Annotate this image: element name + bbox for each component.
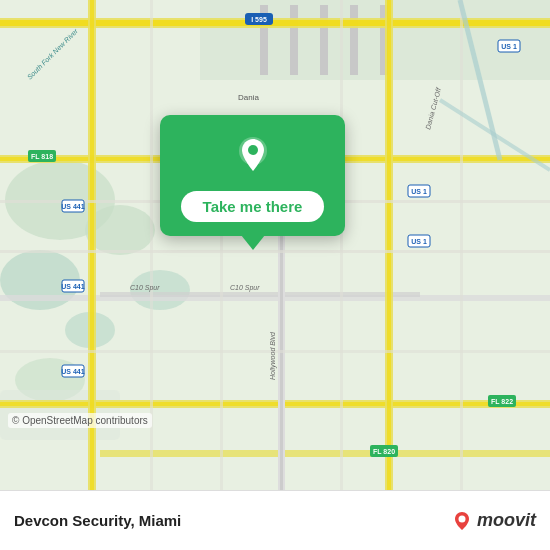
svg-rect-22 [100,450,550,457]
svg-point-67 [458,515,465,522]
svg-text:US 441: US 441 [61,283,84,290]
svg-rect-21 [0,402,550,406]
bottom-bar: Devcon Security, Miami moovit [0,490,550,550]
osm-attribution: © OpenStreetMap contributors [8,413,152,428]
svg-rect-10 [290,5,298,75]
svg-rect-12 [350,5,358,75]
svg-text:FL 820: FL 820 [373,448,395,455]
svg-text:US 441: US 441 [61,203,84,210]
svg-rect-11 [320,5,328,75]
svg-text:Dania: Dania [238,93,259,102]
location-title: Devcon Security, Miami [14,512,181,529]
svg-rect-19 [100,292,420,297]
map-pin-icon [231,133,275,177]
svg-text:FL 822: FL 822 [491,398,513,405]
location-card: Take me there [160,115,345,236]
svg-rect-35 [460,0,463,490]
svg-text:US 1: US 1 [411,238,427,245]
moovit-logo: moovit [451,510,536,532]
svg-text:Hollywood Blvd: Hollywood Blvd [269,331,277,380]
svg-point-66 [248,145,258,155]
moovit-label: moovit [477,510,536,531]
svg-rect-30 [0,250,550,253]
map-container: I 595 US 1 US 1 US 1 FL 818 US 441 US 44… [0,0,550,490]
svg-text:US 1: US 1 [411,188,427,195]
location-info: Devcon Security, Miami [14,512,181,529]
svg-rect-8 [200,0,550,80]
svg-text:I 595: I 595 [251,16,267,23]
svg-text:FL 818: FL 818 [31,153,53,160]
take-me-there-button[interactable]: Take me there [181,191,325,222]
svg-text:US 1: US 1 [501,43,517,50]
svg-rect-34 [340,0,343,490]
svg-text:US 441: US 441 [61,368,84,375]
svg-text:C10 Spur: C10 Spur [230,284,260,292]
svg-rect-24 [387,0,391,490]
moovit-pin-icon [451,510,473,532]
svg-text:C10 Spur: C10 Spur [130,284,160,292]
